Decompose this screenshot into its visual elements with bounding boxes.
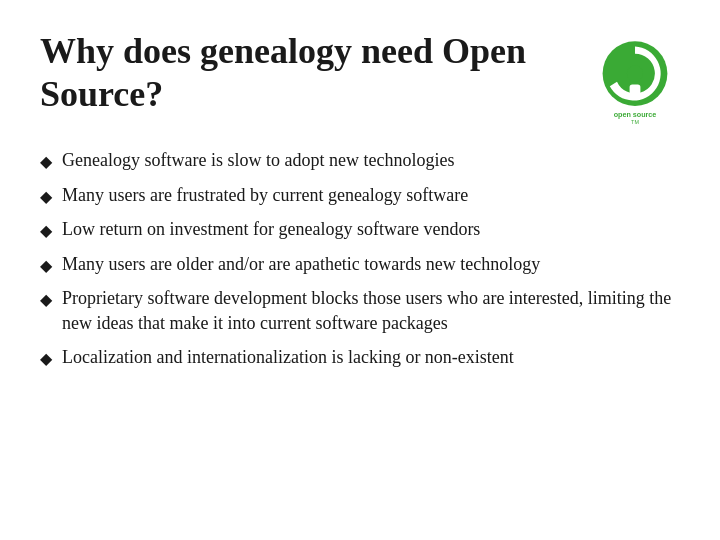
list-item: ◆Proprietary software development blocks… <box>40 286 680 335</box>
bullet-text: Localization and internationalization is… <box>62 345 680 369</box>
slide-title: Why does genealogy need Open Source? <box>40 30 590 116</box>
bullet-text: Low return on investment for genealogy s… <box>62 217 680 241</box>
bullet-diamond-icon: ◆ <box>40 186 52 208</box>
title-line1: Why does genealogy need Open <box>40 31 526 71</box>
bullet-diamond-icon: ◆ <box>40 255 52 277</box>
open-source-logo: open source TM <box>590 34 680 124</box>
slide-header: Why does genealogy need Open Source? ope… <box>40 30 680 124</box>
svg-text:TM: TM <box>631 119 639 124</box>
bullet-list: ◆Genealogy software is slow to adopt new… <box>40 148 680 370</box>
bullet-text: Many users are older and/or are apatheti… <box>62 252 680 276</box>
list-item: ◆Low return on investment for genealogy … <box>40 217 680 242</box>
bullet-diamond-icon: ◆ <box>40 289 52 311</box>
svg-text:open source: open source <box>614 110 657 119</box>
list-item: ◆Many users are older and/or are apathet… <box>40 252 680 277</box>
bullet-diamond-icon: ◆ <box>40 220 52 242</box>
svg-rect-2 <box>630 84 641 98</box>
list-item: ◆Localization and internationalization i… <box>40 345 680 370</box>
bullet-diamond-icon: ◆ <box>40 151 52 173</box>
list-item: ◆Many users are frustrated by current ge… <box>40 183 680 208</box>
bullet-text: Proprietary software development blocks … <box>62 286 680 335</box>
slide: Why does genealogy need Open Source? ope… <box>0 0 720 540</box>
title-line2: Source? <box>40 74 163 114</box>
bullet-diamond-icon: ◆ <box>40 348 52 370</box>
list-item: ◆Genealogy software is slow to adopt new… <box>40 148 680 173</box>
bullet-text: Genealogy software is slow to adopt new … <box>62 148 680 172</box>
open-source-svg-icon: open source TM <box>590 34 680 124</box>
bullet-text: Many users are frustrated by current gen… <box>62 183 680 207</box>
svg-point-1 <box>627 66 643 82</box>
